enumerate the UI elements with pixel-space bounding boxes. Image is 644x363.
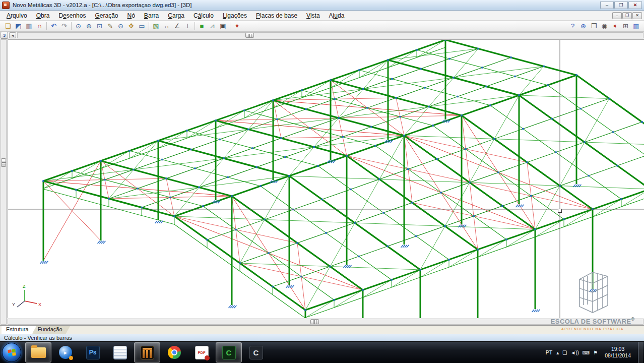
toolbar-icon-downloads[interactable]: ➧ [610,21,620,31]
taskbar-app-notepad[interactable] [107,342,133,362]
structure-viewport[interactable]: ZXY [8,40,644,318]
menu-item-carga[interactable]: Carga [163,11,189,20]
menu-item-calculo[interactable]: Cálculo [189,11,218,20]
toolbar-icon-open[interactable]: ❏ [3,21,13,31]
volume-icon[interactable]: ◄)) [570,350,579,355]
application-window: Novo Metálicas 3D - v2012.a - [C:\...\Ob… [0,0,644,363]
toolbar-icon-save[interactable]: ◩ [13,21,24,31]
toolbar-icon-reference-plane[interactable]: ■ [197,21,207,31]
toolbar-separator [71,22,72,30]
menu-item-vista[interactable]: Vista [302,11,324,20]
horizontal-scrollbar-top[interactable] [17,32,643,38]
toolbar-icon-select-window[interactable]: ▭ [137,21,147,31]
keyboard-icon[interactable]: ⌨ [583,350,590,355]
toolbar-icon-zoom-real[interactable]: ⊙ [73,21,84,31]
top-scroll-strip: 3 ◄ [0,32,644,39]
menu-item-ligacoes[interactable]: Ligações [218,11,251,20]
toolbar-separator [195,22,195,30]
scrollbar-handle[interactable] [1,158,6,167]
taskbar-app-photoshop[interactable]: Ps [80,342,106,362]
toolbar-icon-snapshot[interactable]: ◉ [599,21,610,31]
vertical-scrollbar-left[interactable] [1,39,7,325]
cype-icon: C [249,346,263,359]
view-3d-button[interactable]: 3 [1,32,8,39]
toolbar-separator [230,22,230,30]
explorer-icon [31,347,46,358]
taskbar-app-media-player[interactable]: ► [52,342,79,362]
tab-fundacao[interactable]: Fundação [33,326,71,334]
menu-item-arquivo[interactable]: Arquivo [2,11,32,20]
menu-bar: ArquivoObraDesenhosGeraçãoNóBarraCargaCá… [0,11,644,21]
svg-text:Z: Z [23,284,26,289]
toolbar-icon-axes[interactable]: ⊥ [182,21,193,31]
toolbar-icon-help[interactable]: ? [567,21,578,31]
menu-item-no[interactable]: Nó [123,11,140,20]
taskbar-app-cype-3d[interactable]: C [216,342,242,362]
window-title: Novo Metálicas 3D - v2012.a - [C:\...\Ob… [13,2,191,8]
mdi-close-button[interactable]: ✕ [632,12,642,19]
show-desktop-button[interactable] [638,342,643,363]
clock-date: 08/11/2014 [605,352,631,359]
taskbar-apps: ►PsPDFCC [25,342,269,362]
menu-item-placas-de-base[interactable]: Placas de base [251,11,302,20]
sheet-tabs: Estrutura Fundação [0,325,644,334]
toolbar-icon-print[interactable]: ❒ [589,21,599,31]
taskbar-app-chrome[interactable] [161,342,187,362]
toolbar-icon-images[interactable]: ▧ [151,21,161,31]
toolbar-icon-web-services[interactable]: ⊛ [578,21,589,31]
close-button[interactable]: ✕ [628,1,642,9]
drawing-area[interactable]: ZXY [8,39,644,318]
toolbar-icon-panels[interactable]: ▥ [631,21,641,31]
start-button[interactable] [2,343,21,362]
toolbar-right-group: ?⊛❒◉➧⊞▥ [567,21,641,31]
toolbar-icon-export-dwg[interactable]: ▦ [24,21,34,31]
toolbar-icon-zoom-previous[interactable]: ⊖ [115,21,126,31]
scrollbar-handle[interactable] [310,319,319,324]
language-indicator[interactable]: PT [546,349,552,355]
minimize-button[interactable]: – [600,1,614,9]
toolbar: ❏◩▦∩↶↷⊙⊕⊡✎⊖✥▭▧↔∠⊥■⊿▣✦ ?⊛❒◉➧⊞▥ [0,21,644,32]
display-icon[interactable]: ❏ [562,350,567,355]
toolbar-icon-angles[interactable]: ∠ [172,21,182,31]
toolbar-icon-screen-views[interactable]: ▣ [218,21,228,31]
taskbar-app-pdf-creator[interactable]: PDF [188,342,215,362]
menu-item-geracao[interactable]: Geração [90,11,122,20]
flag-icon[interactable]: ⚑ [593,350,598,355]
horizontal-scrollbar-bottom[interactable] [8,319,643,325]
toolbar-icon-rulers[interactable]: ⊿ [207,21,218,31]
scroll-left-arrow[interactable]: ◄ [9,32,16,38]
tray-icons: ▴❏◄))⌨⚑ [556,350,598,355]
mdi-restore-button[interactable]: ❐ [622,12,632,19]
maximize-button[interactable]: ❐ [614,1,628,9]
taskbar-app-cype[interactable]: C [243,342,269,362]
toolbar-separator [149,22,149,30]
title-bar[interactable]: Novo Metálicas 3D - v2012.a - [C:\...\Ob… [0,0,644,11]
toolbar-icon-zoom-in[interactable]: ⊕ [84,21,94,31]
toolbar-icon-redo[interactable]: ↷ [59,21,70,31]
mdi-minimize-button[interactable]: – [612,12,622,19]
taskbar-app-explorer[interactable] [25,342,51,362]
clock[interactable]: 19:03 08/11/2014 [605,346,631,359]
toolbar-icon-calculate[interactable]: ✦ [232,21,242,31]
taskbar-app-metalicas-3d[interactable] [134,342,160,362]
toolbar-icon-dimensions[interactable]: ↔ [161,21,172,31]
scrollbar-handle[interactable] [245,33,254,38]
scroll-grip [248,34,251,37]
menu-item-desenhos[interactable]: Desenhos [54,11,90,20]
menu-item-barra[interactable]: Barra [140,11,163,20]
toolbar-icon-undo[interactable]: ↶ [48,21,59,31]
svg-text:Y: Y [12,302,15,307]
cype-3d-icon: C [222,346,236,359]
menu-bar-items: ArquivoObraDesenhosGeraçãoNóBarraCargaCá… [2,11,349,20]
metalicas-3d-icon [141,346,154,359]
toolbar-icon-tile-windows[interactable]: ⊞ [620,21,631,31]
pdf-creator-icon: PDF [195,346,209,359]
toolbar-icon-magnet[interactable]: ∩ [34,21,45,31]
hidden-icons-arrow[interactable]: ▴ [556,350,559,355]
menu-item-ajuda[interactable]: Ajuda [325,11,349,20]
tab-estrutura[interactable]: Estrutura [2,326,37,334]
toolbar-icon-measure[interactable]: ✎ [105,21,115,31]
toolbar-icon-zoom-window[interactable]: ⊡ [94,21,105,31]
toolbar-icon-pan[interactable]: ✥ [126,21,137,31]
menu-item-obra[interactable]: Obra [32,11,54,20]
